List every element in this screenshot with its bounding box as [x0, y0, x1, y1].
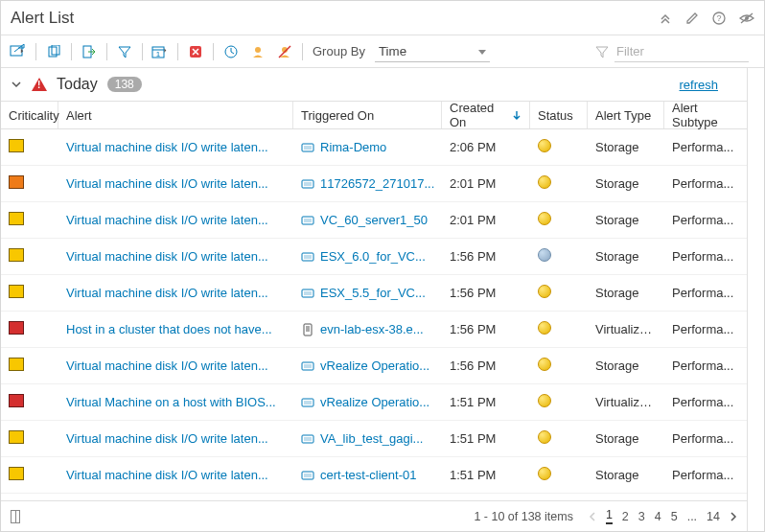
- alert-subtype-value: Performa...: [664, 286, 747, 300]
- alert-link[interactable]: Virtual machine disk I/O write laten...: [66, 140, 268, 154]
- alert-subtype-value: Performa...: [664, 213, 747, 227]
- table-row[interactable]: Virtual machine disk I/O write laten...c…: [1, 457, 747, 494]
- table-row[interactable]: Virtual machine disk I/O write laten...E…: [1, 239, 747, 275]
- triggered-on-link[interactable]: VC_60_server1_50: [320, 213, 428, 227]
- vm-icon: [301, 396, 314, 409]
- alert-link[interactable]: Virtual machine disk I/O write laten...: [66, 213, 268, 227]
- refresh-link[interactable]: refresh: [680, 78, 718, 92]
- table-row[interactable]: Virtual machine disk I/O write laten...E…: [1, 275, 747, 312]
- pager-next[interactable]: [730, 512, 737, 521]
- pager-page[interactable]: 14: [707, 510, 720, 523]
- table-row[interactable]: Virtual machine disk I/O write laten...V…: [1, 202, 747, 239]
- triggered-on-link[interactable]: vRealize Operatio...: [320, 359, 429, 373]
- status-bulb-icon: [538, 321, 551, 335]
- column-status[interactable]: Status: [530, 102, 588, 128]
- status-bulb-icon: [538, 175, 551, 189]
- svg-point-15: [255, 47, 261, 53]
- suspend-button[interactable]: [220, 41, 243, 62]
- alert-subtype-value: Performa...: [664, 395, 747, 409]
- column-criticality[interactable]: Criticality: [1, 102, 58, 128]
- triggered-on-link[interactable]: evn-lab-esx-38.e...: [320, 322, 424, 336]
- table-row[interactable]: Virtual machine disk I/O write laten...v…: [1, 348, 747, 384]
- table-row[interactable]: Virtual machine disk I/O write laten...V…: [1, 421, 747, 457]
- date-button[interactable]: 1: [149, 41, 172, 62]
- toolbar-separator: [177, 43, 178, 60]
- vm-icon: [301, 432, 314, 446]
- alert-link[interactable]: Virtual machine disk I/O write laten...: [66, 176, 268, 191]
- criticality-indicator: [9, 139, 24, 152]
- pager-page[interactable]: 3: [638, 510, 645, 523]
- toolbar-separator: [106, 43, 107, 60]
- open-new-tab-button[interactable]: [7, 41, 30, 62]
- host-icon: [301, 323, 314, 336]
- alert-type-value: Storage: [588, 176, 664, 191]
- export-button[interactable]: [78, 41, 101, 62]
- svg-rect-25: [304, 255, 312, 259]
- alert-subtype-value: Performa...: [664, 431, 747, 446]
- filter-funnel-button[interactable]: [113, 41, 136, 62]
- triggered-on-link[interactable]: ESX_5.5_for_VC...: [320, 286, 426, 300]
- alert-link[interactable]: Virtual machine disk I/O write laten...: [66, 249, 268, 264]
- alert-link[interactable]: Virtual machine disk I/O write laten...: [66, 468, 268, 482]
- column-triggered[interactable]: Triggered On: [293, 102, 442, 128]
- column-created[interactable]: Created On: [442, 102, 530, 128]
- alert-link[interactable]: Virtual machine disk I/O write laten...: [66, 286, 268, 300]
- triggered-on-link[interactable]: VA_lib_test_gagi...: [320, 431, 423, 446]
- alert-type-value: Storage: [588, 431, 664, 446]
- help-icon[interactable]: ?: [712, 12, 726, 25]
- svg-text:1: 1: [156, 50, 161, 58]
- table-row[interactable]: Virtual machine disk I/O write laten...R…: [1, 129, 747, 166]
- take-ownership-button[interactable]: [246, 41, 269, 62]
- svg-rect-23: [304, 219, 312, 222]
- alert-link[interactable]: Virtual Machine on a host with BIOS...: [66, 395, 276, 409]
- toolbar-separator: [142, 43, 143, 60]
- filter-row: [595, 41, 749, 62]
- triggered-on-link[interactable]: Rima-Demo: [320, 140, 386, 154]
- vm-icon: [301, 250, 314, 264]
- status-bulb-icon: [538, 212, 551, 225]
- pager-page[interactable]: 1: [606, 508, 613, 524]
- criticality-indicator: [9, 358, 24, 371]
- created-on-value: 1:51 PM: [442, 468, 530, 482]
- collapse-icon[interactable]: [659, 12, 672, 25]
- column-alert[interactable]: Alert: [58, 102, 293, 128]
- svg-rect-33: [304, 364, 312, 368]
- filter-icon: [595, 45, 609, 58]
- pager-page[interactable]: 5: [671, 510, 678, 523]
- toolbar-separator: [71, 43, 72, 60]
- alert-list-panel: Alert List ?: [0, 0, 765, 532]
- status-bulb-icon: [538, 467, 551, 480]
- column-type[interactable]: Alert Type: [588, 102, 664, 128]
- group-by-select[interactable]: [375, 41, 490, 62]
- table-row[interactable]: Host in a cluster that does not have...e…: [1, 312, 747, 348]
- triggered-on-link[interactable]: 11726572_271017...: [320, 176, 434, 191]
- visibility-icon[interactable]: [739, 12, 754, 25]
- group-by-label: Group By: [313, 44, 365, 58]
- alert-link[interactable]: Virtual machine disk I/O write laten...: [66, 359, 268, 373]
- criticality-indicator: [9, 175, 24, 189]
- column-picker-button[interactable]: [11, 510, 20, 523]
- criticality-indicator: [9, 467, 24, 480]
- triggered-on-link[interactable]: cert-test-client-01: [320, 468, 416, 482]
- table-row[interactable]: Virtual machine disk I/O write laten...1…: [1, 166, 747, 202]
- edit-icon[interactable]: [685, 12, 699, 25]
- table-header: Criticality Alert Triggered On Created O…: [1, 101, 747, 129]
- pager-prev[interactable]: [589, 512, 596, 521]
- alert-link[interactable]: Virtual machine disk I/O write laten...: [66, 431, 268, 446]
- chevron-down-icon[interactable]: [11, 79, 22, 90]
- release-ownership-button[interactable]: [273, 41, 296, 62]
- pager-page[interactable]: 2: [622, 510, 629, 523]
- scrollbar[interactable]: [747, 68, 764, 531]
- pager-page[interactable]: 4: [655, 510, 661, 523]
- alert-link[interactable]: Host in a cluster that does not have...: [66, 322, 272, 336]
- vm-icon: [301, 287, 314, 300]
- cancel-button[interactable]: [184, 41, 207, 62]
- triggered-on-link[interactable]: ESX_6.0_for_VC...: [320, 249, 426, 264]
- table-row[interactable]: Virtual Machine on a host with BIOS...vR…: [1, 384, 747, 421]
- copy-button[interactable]: [42, 41, 65, 62]
- svg-rect-27: [304, 291, 312, 295]
- filter-input[interactable]: [614, 41, 749, 62]
- created-on-value: 1:51 PM: [442, 395, 530, 409]
- triggered-on-link[interactable]: vRealize Operatio...: [320, 395, 429, 409]
- column-subtype[interactable]: Alert Subtype: [664, 102, 747, 128]
